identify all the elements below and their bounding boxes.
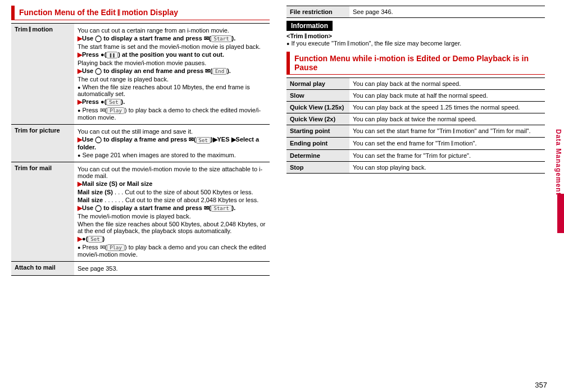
table-row: Trim 𝄃 motionYou can cut out a certain r… [11,24,270,125]
section-header-left: Function Menu of the Edit 𝄃 motion Displ… [11,6,270,20]
row-label: Trim for picture [11,125,74,162]
row-desc: You can play back at the speed 1.25 time… [349,102,545,113]
text-line: Playing back the movie/i-motion movie pa… [78,60,266,66]
step-line: ▶Use ◯ to display an end frame and press… [78,67,266,75]
text-line: See page 353. [78,265,266,272]
row-label: Quick View (1.25x) [286,102,349,113]
row-label: Attach to mail [11,261,74,275]
def-line: Mail size (S) . . . Cut out to the size … [78,189,266,195]
table-row: StopYou can stop playing back. [286,162,545,174]
step-line: ▶●(Set) [78,235,266,243]
row-desc: You can stop playing back. [349,162,545,174]
step-line: ▶Use ◯ to display a frame and press ✉(Se… [78,136,266,150]
side-tab-bar [557,194,564,233]
keycap-icon: Start [211,35,231,42]
table-row: Starting pointYou can set the start fram… [286,125,545,138]
table-row: Ending pointYou can set the end frame fo… [286,138,545,150]
row-label: Trim 𝄃 motion [11,24,74,125]
row-label: Trim for mail [11,162,74,261]
keycap-icon: End [212,68,227,75]
information-header: Information [286,21,333,31]
information-body: <Trim 𝄃 motion> If you execute "Trim 𝄃 m… [286,33,545,47]
row-label: Starting point [286,125,349,138]
info-text: If you execute "Trim 𝄃 motion", the file… [286,40,461,47]
step-arrow-icon: ▶ [78,67,82,74]
text-line: You can cut out the movie/i-motion movie… [78,166,266,179]
step-arrow-icon: ▶ [78,235,82,242]
def-line: Mail size . . . . . . Cut out to the siz… [78,197,266,203]
bullet-line: When the file size reaches about 10 Mbyt… [78,84,266,97]
text-line: When the file size reaches about 500 Kby… [78,221,266,234]
text-line: You can cut out a certain range from an … [78,27,266,34]
row-desc: You can play back at twice the normal sp… [349,113,545,125]
section-header-right: Function Menu while i-motion is Edited o… [286,52,545,75]
row-desc: See page 353. [74,261,270,275]
row-label: Ending point [286,138,349,150]
table-row: File restrictionSee page 346. [286,6,545,18]
bullet-line: Press ✉(Play) to play back a demo to che… [78,107,266,121]
step-line: ▶Press ●(Set). [78,98,266,106]
right-table: Normal playYou can play back at the norm… [286,78,545,174]
row-desc: You can cut out the still image and save… [74,125,270,162]
row-desc: You can set the end frame for "Trim 𝄃 mo… [349,138,545,150]
bullet-line: Press ✉(Play) to play back a demo and yo… [78,244,266,258]
step-line: ▶Use ◯ to display a start frame and pres… [78,35,266,42]
keycap-icon: Set [196,137,211,144]
table-row: Trim for mailYou can cut out the movie/i… [11,162,270,261]
text-line: The movie/i-motion movie is played back. [78,213,266,220]
left-table: Trim 𝄃 motionYou can cut out a certain r… [11,23,270,276]
row-desc: You can cut out a certain range from an … [74,24,270,125]
text-line: The cut out range is played back. [78,76,266,83]
info-subtitle: <Trim 𝄃 motion> [286,33,332,39]
keycap-icon: Play [107,107,125,114]
table-row: Quick View (2x)You can play back at twic… [286,113,545,125]
table-row: Quick View (1.25x)You can play back at t… [286,102,545,113]
row-label: Slow [286,90,349,102]
table-row: SlowYou can play back mute at half the n… [286,90,545,102]
step-arrow-icon: ▶ [78,35,82,42]
row-label: Determine [286,150,349,162]
right-top-table: File restrictionSee page 346. [286,6,545,18]
row-label: Normal play [286,78,349,90]
table-row: DetermineYou can set the frame for "Trim… [286,150,545,162]
page-number: 357 [535,381,547,389]
step-line: ▶Press ●(❚❚) at the position you want to… [78,51,266,58]
keycap-icon: Set [88,236,102,243]
row-label: Stop [286,162,349,174]
keycap-icon: ❚❚ [106,52,118,58]
row-label: Quick View (2x) [286,113,349,125]
keycap-icon: Start [211,205,231,212]
step-line: ▶Mail size (S) or Mail size [78,180,266,188]
left-column: Function Menu of the Edit 𝄃 motion Displ… [11,6,270,276]
step-arrow-icon: ▶ [78,98,82,105]
text-line: The start frame is set and the movie/i-m… [78,43,266,50]
step-arrow-icon: ▶ [78,136,82,143]
row-desc: You can set the frame for "Trim for pict… [349,150,545,162]
keycap-icon: Set [106,99,121,106]
side-tab-label: Data Management [554,129,562,195]
row-desc: You can play back at the normal speed. [349,78,545,90]
bullet-line: See page 201 when images are stored to t… [78,152,266,158]
row-desc: You can play back mute at half the norma… [349,90,545,102]
step-arrow-icon: ▶ [78,51,82,58]
step-line: ▶Use ◯ to display a start frame and pres… [78,204,266,212]
keycap-icon: Play [107,244,125,251]
row-label: File restriction [286,6,349,18]
table-row: Attach to mailSee page 353. [11,261,270,275]
step-arrow-icon: ▶ [78,180,82,187]
step-arrow-icon: ▶ [78,204,82,211]
row-desc: You can cut out the movie/i-motion movie… [74,162,270,261]
right-column: File restrictionSee page 346. Informatio… [286,6,545,276]
row-desc: See page 346. [349,6,545,18]
table-row: Trim for pictureYou can cut out the stil… [11,125,270,162]
row-desc: You can set the start frame for "Trim 𝄃 … [349,125,545,138]
table-row: Normal playYou can play back at the norm… [286,78,545,90]
text-line: You can cut out the still image and save… [78,128,266,135]
